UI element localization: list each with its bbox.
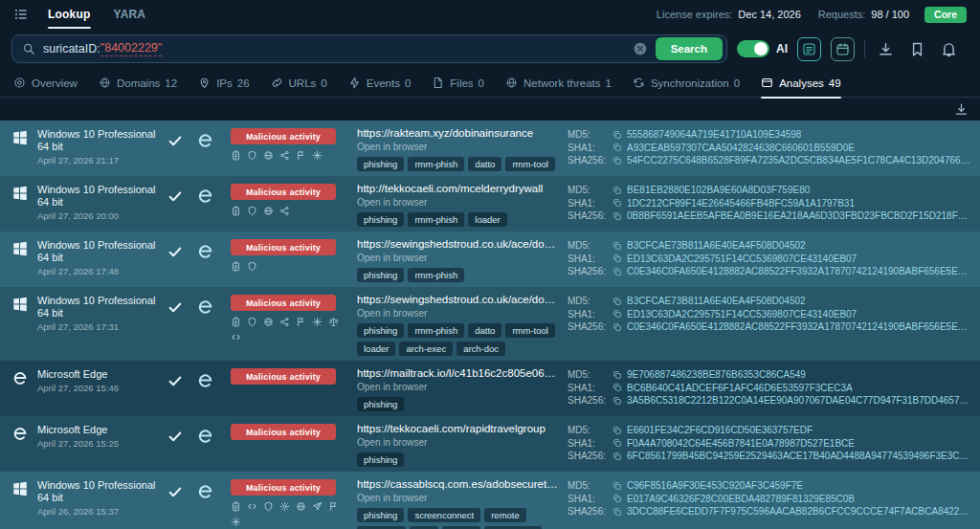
analysis-url[interactable]: https://cassablscq.com.es/adobsecuretaxd… [357, 478, 558, 491]
tag-phishing[interactable]: phishing [357, 157, 404, 171]
copy-icon[interactable] [612, 241, 622, 251]
nav-tab-lookup[interactable]: Lookup [48, 0, 91, 29]
tag-rmm-phish[interactable]: rmm-phish [408, 157, 464, 171]
tag-loader[interactable]: loader [357, 342, 395, 356]
tab-overview[interactable]: Overview [13, 69, 78, 98]
copy-icon[interactable] [612, 383, 622, 392]
query-field: suricataID: [43, 42, 100, 55]
clipboard-icon [231, 501, 241, 512]
tag-arch-doc[interactable]: arch-doc [457, 342, 505, 356]
copy-icon[interactable] [612, 396, 622, 406]
analysis-row[interactable]: Windows 10 Professional 64 bit April 26,… [0, 472, 980, 529]
analysis-row[interactable]: Windows 10 Professional 64 bit April 27,… [0, 121, 980, 176]
tag-arch-exec[interactable]: arch-exec [399, 342, 453, 356]
tag-phishing[interactable]: phishing [357, 323, 404, 338]
tab-count: 0 [479, 77, 484, 89]
windows-icon [11, 480, 29, 497]
tab-domains[interactable]: Domains 12 [99, 69, 177, 98]
hash-label: SHA1: [568, 142, 608, 155]
tag-list: phishingrmm-phishdattormm-tool [357, 157, 558, 171]
divider [864, 40, 865, 57]
clear-search-icon[interactable] [633, 41, 648, 56]
tag-phishing[interactable]: phishing [357, 268, 404, 282]
analysis-url[interactable]: https://sewingshedstroud.co.uk/ace/downl… [357, 294, 558, 306]
copy-icon[interactable] [612, 309, 622, 319]
tag-rmm-tool[interactable]: rmm-tool [505, 157, 554, 171]
edge-browser-icon [196, 482, 214, 500]
analysis-url[interactable]: https://sewingshedstroud.co.uk/ace/downl… [357, 238, 558, 251]
copy-icon[interactable] [612, 211, 622, 221]
copy-icon[interactable] [612, 322, 622, 332]
copy-icon[interactable] [612, 438, 622, 448]
nav-tab-yara[interactable]: YARA [114, 0, 146, 29]
tab-analyses[interactable]: Analyses 49 [761, 69, 840, 98]
copy-icon[interactable] [612, 253, 622, 263]
tag-datto[interactable]: datto [468, 157, 501, 171]
analysis-url[interactable]: http://tekkocaeli.com/mcelderrydrywall [357, 183, 558, 195]
copy-icon[interactable] [612, 186, 622, 195]
hashes-cell: MD5: B3CFCAE73B811A6E40EA4F508D04502 SHA… [568, 236, 972, 278]
tag-rmm-phish[interactable]: rmm-phish [408, 323, 464, 338]
analysis-url[interactable]: https://mailtrack.io/l/c41b16c2c805e0667… [357, 367, 558, 380]
requests-label: Requests: [818, 9, 866, 20]
globe-icon [296, 501, 306, 512]
search-history-button[interactable] [831, 37, 855, 61]
copy-icon[interactable] [612, 507, 622, 517]
copy-icon[interactable] [612, 198, 622, 208]
analysis-url[interactable]: https://rakteam.xyz/dobinainsurance [357, 127, 558, 140]
tab-network-threats[interactable]: Network threats 1 [505, 69, 612, 98]
copy-icon[interactable] [612, 481, 622, 491]
tab-files[interactable]: Files 0 [432, 69, 484, 98]
edge-browser-icon [196, 371, 214, 389]
analysis-date: April 27, 2026 17:31 [37, 321, 167, 333]
copy-icon[interactable] [612, 452, 622, 461]
tag-rmm-tool[interactable]: rmm-tool [505, 323, 554, 338]
export-icon[interactable] [878, 41, 894, 57]
copy-icon[interactable] [612, 426, 622, 435]
tag-list: phishing [357, 397, 558, 411]
os-name: Microsoft Edge [37, 368, 119, 381]
analysis-row[interactable]: Windows 10 Professional 64 bit April 27,… [0, 231, 980, 287]
tag-phishing[interactable]: phishing [357, 397, 404, 411]
copy-icon[interactable] [612, 143, 622, 152]
tag-rmm-phish[interactable]: rmm-phish [408, 212, 464, 227]
tab-urls[interactable]: URLs 0 [271, 69, 327, 98]
tag-rmm-phish[interactable]: rmm-phish [408, 268, 464, 282]
menu-icon[interactable] [13, 7, 29, 22]
tag-screenconnect[interactable]: screenconnect [408, 508, 480, 522]
tag-phishing[interactable]: phishing [357, 212, 404, 227]
tab-events[interactable]: Events 0 [348, 69, 412, 98]
analysis-url[interactable]: https://tekkocaeli.com/rapidtravelgroup [357, 423, 558, 435]
analysis-row[interactable]: Windows 10 Professional 64 bit April 27,… [0, 287, 980, 361]
share-icon [279, 206, 290, 216]
hash-label: MD5: [568, 368, 608, 382]
tag-datto[interactable]: datto [468, 323, 501, 338]
tag-remote[interactable]: remote [484, 508, 526, 522]
tab-synchronization[interactable]: Synchronization 0 [633, 69, 740, 98]
analysis-row[interactable]: Windows 10 Professional 64 bit April 27,… [0, 176, 980, 231]
copy-icon[interactable] [612, 267, 622, 276]
hash-value: 3DCC88FE6CEDD7F7F975C596AACAB82B6CFCC9CC… [627, 505, 972, 518]
copy-icon[interactable] [612, 494, 622, 503]
search-input[interactable]: suricataID:"84002229" Search [11, 34, 727, 63]
download-results-icon[interactable] [954, 102, 969, 117]
ai-toggle[interactable] [737, 40, 769, 57]
os-cell: Windows 10 Professional 64 bit April 27,… [11, 181, 167, 222]
tag-loader[interactable]: loader [468, 212, 506, 227]
plan-badge: Core [924, 7, 967, 23]
copy-icon[interactable] [612, 370, 622, 380]
copy-icon[interactable] [612, 297, 622, 306]
analysis-row[interactable]: Microsoft Edge April 27, 2026 15:25 Mali… [0, 416, 980, 472]
tag-phishing[interactable]: phishing [357, 508, 404, 522]
analysis-row[interactable]: Microsoft Edge April 27, 2026 15:46 Mali… [0, 361, 980, 416]
bookmark-icon[interactable] [909, 41, 925, 57]
tag-phishing[interactable]: phishing [357, 452, 404, 467]
notifications-bell-icon[interactable] [941, 41, 957, 57]
search-button[interactable]: Search [656, 37, 723, 60]
tab-ips[interactable]: IPs 26 [198, 69, 249, 98]
search-examples-button[interactable] [797, 37, 821, 61]
hash-value: B3CFCAE73B811A6E40EA4F508D04502 [627, 239, 806, 253]
browser-cell [196, 476, 231, 503]
copy-icon[interactable] [612, 156, 622, 165]
copy-icon[interactable] [612, 130, 622, 140]
